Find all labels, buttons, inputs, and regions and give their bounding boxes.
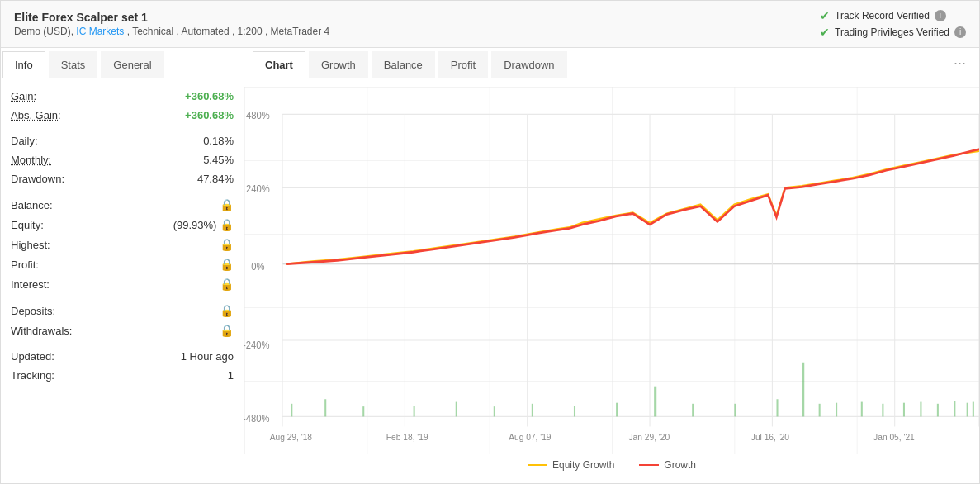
daily-label: Daily: [11,135,38,147]
balance-label: Balance: [11,199,53,211]
tracking-value: 1 [228,369,234,382]
profit-info-row: Profit: 🔒 [11,254,234,274]
withdrawals-row: Withdrawals: 🔒 [11,320,234,340]
svg-rect-37 [802,363,804,417]
interest-label: Interest: [11,278,50,291]
svg-rect-44 [937,404,939,417]
equity-row: Equity: (99.93%) 🔒 [11,215,234,235]
chart-legend: Equity Growth Growth [244,454,979,476]
chart-more-button[interactable]: ··· [947,51,973,75]
trading-privileges-info-icon[interactable]: i [954,26,966,38]
tracking-row: Tracking: 1 [11,366,234,385]
check-icon-track: ✔ [820,9,830,22]
deposits-row: Deposits: 🔒 [11,301,234,320]
trading-privileges-verified: ✔ Trading Privileges Verified i [820,26,966,39]
svg-rect-43 [920,402,921,417]
chart-area: 480% 240% 0% -240% -480% [244,78,979,454]
withdrawals-label: Withdrawals: [11,325,72,337]
balance-row: Balance: 🔒 [11,195,234,215]
updated-value: 1 Hour ago [181,350,234,363]
gain-label: Gain: [11,90,36,102]
track-record-verified: ✔ Track Record Verified i [820,9,966,22]
broker-link[interactable]: IC Markets [76,26,124,37]
svg-text:Jul 16, '20: Jul 16, '20 [751,432,789,442]
svg-rect-24 [291,404,292,417]
chart-tab-profit[interactable]: Profit [438,51,488,78]
monthly-value: 5.45% [203,154,234,166]
chart-tab-chart[interactable]: Chart [253,51,305,78]
svg-text:480%: 480% [246,109,270,121]
balance-lock-icon: 🔒 [220,198,234,211]
svg-rect-30 [532,404,533,417]
svg-rect-27 [414,406,415,416]
check-icon-trading: ✔ [820,26,830,39]
svg-rect-0 [244,87,979,454]
svg-rect-38 [819,404,821,417]
svg-rect-39 [836,403,837,417]
gain-row: Gain: +360.68% [11,87,234,106]
left-panel: Info Stats General Gain: +360.68% Abs. G… [1,48,244,476]
svg-rect-31 [574,406,575,416]
abs-gain-label: Abs. Gain: [11,109,61,121]
chart-tab-balance[interactable]: Balance [372,51,435,78]
highest-label: Highest: [11,239,50,251]
svg-rect-42 [903,403,905,417]
profit-lock-icon: 🔒 [220,258,234,271]
chart-svg: 480% 240% 0% -240% -480% [244,87,979,454]
abs-gain-row: Abs. Gain: +360.68% [11,106,234,125]
subtitle-suffix: , Technical , Automated , 1:200 , MetaTr… [124,26,329,37]
svg-text:Feb 18, '19: Feb 18, '19 [386,432,428,442]
drawdown-value: 47.84% [197,173,234,185]
legend-equity-growth: Equity Growth [528,459,614,471]
updated-row: Updated: 1 Hour ago [11,347,234,366]
trading-privileges-label: Trading Privileges Verified [835,26,949,38]
svg-text:Aug 07, '19: Aug 07, '19 [509,432,551,442]
svg-rect-29 [494,406,495,416]
chart-tab-drawdown[interactable]: Drawdown [491,51,566,78]
tab-stats[interactable]: Stats [49,51,98,78]
equity-growth-legend-label: Equity Growth [552,459,614,471]
drawdown-label: Drawdown: [11,173,64,185]
daily-value: 0.18% [203,135,234,147]
account-subtitle: Demo (USD), IC Markets , Technical , Aut… [14,26,329,37]
account-title: Elite Forex Scalper set 1 [14,11,329,24]
equity-growth-legend-line [528,464,547,466]
svg-rect-47 [973,402,974,417]
svg-rect-28 [456,402,457,417]
svg-rect-25 [324,399,326,416]
subtitle-prefix: Demo (USD), [14,26,76,37]
tab-info[interactable]: Info [2,51,45,78]
header-left: Elite Forex Scalper set 1 Demo (USD), IC… [14,11,329,37]
highest-lock-icon: 🔒 [220,238,234,251]
monthly-row: Monthly: 5.45% [11,150,234,169]
svg-text:240%: 240% [246,183,270,194]
track-record-info-icon[interactable]: i [935,10,946,21]
header: Elite Forex Scalper set 1 Demo (USD), IC… [1,1,979,48]
updated-label: Updated: [11,350,54,363]
deposits-label: Deposits: [11,305,55,317]
equity-value: (99.93%) 🔒 [173,218,234,231]
growth-legend-label: Growth [664,459,696,471]
gain-value: +360.68% [185,90,234,102]
main-layout: Info Stats General Gain: +360.68% Abs. G… [1,48,979,476]
equity-lock-icon: 🔒 [220,218,234,231]
chart-tab-growth[interactable]: Growth [309,51,368,78]
right-panel: Chart Growth Balance Profit Drawdown ··· [244,48,979,476]
abs-gain-value: +360.68% [185,109,234,121]
equity-label: Equity: [11,219,44,231]
main-container: Elite Forex Scalper set 1 Demo (USD), IC… [0,0,980,484]
svg-rect-46 [967,403,968,417]
interest-lock-icon: 🔒 [220,278,234,291]
highest-row: Highest: 🔒 [11,235,234,254]
left-tabs-row: Info Stats General [1,48,244,78]
svg-rect-41 [882,404,883,417]
tracking-label: Tracking: [11,369,54,382]
svg-rect-34 [692,404,694,417]
header-right: ✔ Track Record Verified i ✔ Trading Priv… [820,9,966,39]
monthly-label: Monthly: [11,154,51,166]
svg-text:-240%: -240% [244,339,270,351]
tab-general[interactable]: General [101,51,163,78]
svg-text:0%: 0% [251,261,265,273]
drawdown-row: Drawdown: 47.84% [11,169,234,188]
svg-text:Aug 29, '18: Aug 29, '18 [270,432,312,442]
